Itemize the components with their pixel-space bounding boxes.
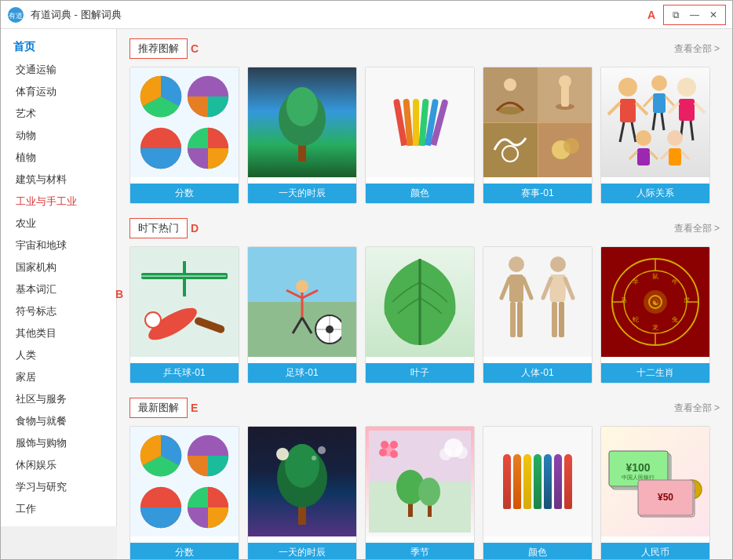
card-leaf-label: 叶子: [366, 363, 474, 383]
card-season-label: 季节: [366, 543, 474, 559]
app-logo: 有道: [7, 6, 24, 24]
sidebar: 首页 交通运输 体育运动 艺术 动物 植物 建筑与材料 工业与手工业 农业 宇宙…: [1, 29, 117, 526]
svg-point-63: [550, 256, 566, 272]
card-colors[interactable]: 颜色: [365, 67, 475, 204]
svg-line-53: [293, 318, 302, 333]
card-relationships[interactable]: 人际关系: [600, 67, 710, 204]
newest-cards: 分数: [129, 426, 720, 559]
sidebar-item-work[interactable]: 工作: [1, 498, 116, 520]
card-events[interactable]: 赛事-01: [483, 67, 593, 204]
card-time[interactable]: 一天的时辰: [247, 67, 357, 204]
recommended-viewall[interactable]: 查看全部 >: [674, 42, 720, 56]
svg-rect-61: [510, 302, 516, 337]
svg-line-65: [565, 278, 573, 298]
sidebar-item-human[interactable]: 人类: [1, 344, 116, 366]
svg-line-26: [666, 96, 675, 107]
card-colors2-label: 颜色: [483, 543, 592, 559]
label-d: D: [191, 222, 199, 235]
recommended-cards: 分数 一天的时辰: [129, 67, 720, 204]
card-time2[interactable]: 一天的时辰: [247, 426, 357, 559]
sidebar-item-agriculture[interactable]: 农业: [1, 213, 116, 235]
sidebar-item-study[interactable]: 学习与研究: [1, 476, 116, 498]
sidebar-item-leisure[interactable]: 休闲娱乐: [1, 454, 116, 476]
svg-text:马: 马: [621, 296, 627, 304]
sidebar-item-food[interactable]: 食物与就餐: [1, 410, 116, 432]
card-time2-label: 一天的时辰: [248, 543, 356, 559]
card-body[interactable]: 人体-01: [483, 246, 593, 384]
svg-line-32: [695, 103, 705, 113]
sidebar-wrapper: 首页 交通运输 体育运动 艺术 动物 植物 建筑与材料 工业与手工业 农业 宇宙…: [1, 29, 117, 559]
svg-rect-40: [669, 148, 681, 165]
card-fractions-label: 分数: [130, 184, 239, 203]
sidebar-item-plants[interactable]: 植物: [1, 147, 116, 169]
svg-line-37: [629, 151, 637, 159]
card-leaf[interactable]: 叶子: [365, 246, 475, 384]
svg-line-22: [632, 122, 636, 142]
svg-point-39: [667, 130, 683, 146]
trending-header: 时下热门 D 查看全部 >: [129, 218, 720, 238]
sidebar-item-government[interactable]: 国家机构: [1, 256, 116, 278]
sidebar-item-home[interactable]: 家居: [1, 366, 116, 388]
sidebar-item-fashion[interactable]: 服饰与购物: [1, 432, 116, 454]
card-season-img: [366, 427, 474, 536]
newest-header: 最新图解 E 查看全部 >: [129, 398, 720, 418]
svg-point-90: [318, 446, 326, 454]
close-button[interactable]: ✕: [705, 7, 722, 23]
card-soccer[interactable]: 足球-01: [247, 246, 357, 384]
card-events-img: [483, 67, 592, 177]
sidebar-item-art[interactable]: 艺术: [1, 103, 116, 125]
sidebar-home[interactable]: 首页: [1, 35, 116, 59]
svg-rect-30: [679, 99, 695, 121]
card-currency-label: 人民币: [601, 543, 709, 559]
svg-text:龙: 龙: [652, 324, 658, 331]
svg-rect-67: [559, 302, 564, 337]
main-window: 有道 有道词典 - 图解词典 A ⧉ — ✕ 首页 交通运输 体育运动 艺术 动…: [0, 0, 733, 560]
recommended-title: 推荐图解: [129, 38, 188, 59]
svg-point-35: [636, 130, 651, 146]
card-pingpong-img: [130, 247, 239, 357]
svg-text:¥100: ¥100: [625, 461, 650, 474]
sidebar-item-animals[interactable]: 动物: [1, 125, 116, 147]
svg-text:鼠: 鼠: [652, 273, 658, 280]
svg-point-96: [390, 441, 398, 449]
newest-section: 最新图解 E 查看全部 >: [129, 398, 720, 559]
svg-rect-66: [552, 302, 557, 337]
restore-button[interactable]: ⧉: [667, 7, 684, 23]
svg-rect-18: [620, 99, 636, 122]
minimize-button[interactable]: —: [686, 7, 703, 23]
svg-point-23: [651, 75, 667, 91]
trending-viewall[interactable]: 查看全部 >: [674, 222, 720, 235]
sidebar-item-sports[interactable]: 体育运动: [1, 81, 116, 103]
svg-point-97: [379, 449, 387, 456]
svg-point-88: [285, 444, 319, 488]
card-time-label: 一天的时辰: [248, 184, 356, 203]
card-season[interactable]: 季节: [365, 426, 475, 559]
sidebar-item-symbols[interactable]: 符号标志: [1, 300, 116, 322]
card-fractions2[interactable]: 分数: [129, 426, 239, 559]
card-pingpong[interactable]: 乒乓球-01: [129, 246, 239, 384]
svg-point-104: [439, 448, 452, 460]
window-controls: ⧉ — ✕: [663, 5, 726, 25]
svg-point-57: [509, 256, 524, 272]
sidebar-item-others[interactable]: 其他类目: [1, 322, 116, 344]
sidebar-item-industry[interactable]: 工业与手工业: [1, 191, 116, 213]
sidebar-item-community[interactable]: 社区与服务: [1, 388, 116, 410]
svg-text:☯: ☯: [652, 298, 659, 307]
card-zodiac[interactable]: 鼠 牛 虎 兔 龙 蛇 马 羊 ☯: [600, 246, 710, 384]
sidebar-item-transport[interactable]: 交通运输: [1, 59, 116, 81]
svg-rect-24: [653, 93, 666, 113]
svg-text:牛: 牛: [672, 278, 678, 285]
sidebar-item-architecture[interactable]: 建筑与材料: [1, 169, 116, 191]
svg-point-49: [296, 280, 308, 293]
sidebar-item-basic[interactable]: 基本词汇: [1, 278, 116, 300]
svg-text:虎: 虎: [684, 296, 690, 304]
svg-point-89: [276, 448, 289, 460]
newest-viewall[interactable]: 查看全部 >: [674, 402, 720, 415]
label-c: C: [191, 42, 199, 55]
sidebar-item-universe[interactable]: 宇宙和地球: [1, 235, 116, 256]
card-fractions[interactable]: 分数: [129, 67, 239, 204]
svg-text:羊: 羊: [633, 278, 639, 285]
card-currency[interactable]: ¥100 中国人民银行 ¥1 5角: [600, 426, 710, 559]
card-soccer-label: 足球-01: [248, 363, 356, 383]
card-colors2[interactable]: 颜色: [483, 426, 593, 559]
